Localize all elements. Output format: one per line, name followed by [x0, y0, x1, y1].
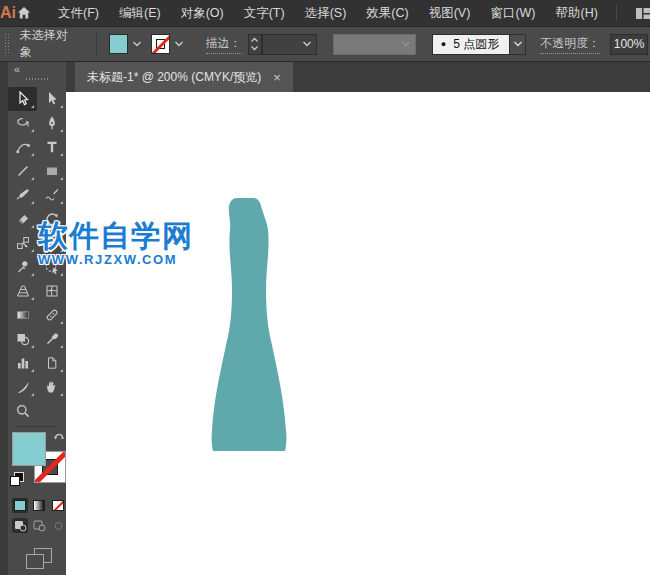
control-bar: 未选择对象 描边： ● 5 点圆形: [0, 27, 650, 62]
artboard-canvas[interactable]: [66, 92, 650, 575]
change-screen-mode-button[interactable]: [26, 548, 52, 570]
stroke-weight-dropdown[interactable]: [262, 34, 317, 55]
menu-object[interactable]: 对象(O): [171, 0, 234, 26]
shaper-tool-icon: [44, 187, 60, 203]
drawn-shape-bowling-pin[interactable]: [205, 193, 295, 456]
home-icon: [16, 5, 32, 21]
chevron-down-icon: [513, 40, 523, 48]
draw-behind-button[interactable]: [31, 518, 47, 533]
shape-builder-tool-icon: [15, 331, 31, 347]
fill-stroke-controls: [8, 430, 66, 494]
gradient-tool[interactable]: [8, 303, 37, 327]
curvature-tool[interactable]: [8, 135, 37, 159]
lasso-tool[interactable]: [8, 111, 37, 135]
scale-tool-icon: [15, 235, 31, 251]
chevron-down-icon: [302, 40, 312, 48]
app-logo: Ai: [0, 4, 16, 22]
fill-proxy-swatch[interactable]: [12, 432, 46, 466]
selection-tool-icon: [15, 91, 31, 107]
stepper-down-icon: [250, 45, 259, 51]
puppet-warp-tool[interactable]: [8, 255, 37, 279]
blend-tool[interactable]: [37, 303, 66, 327]
menu-select[interactable]: 选择(S): [295, 0, 357, 26]
column-graph-tool-icon: [15, 355, 31, 371]
control-bar-drag-handle[interactable]: [5, 34, 10, 54]
direct-selection-tool[interactable]: [37, 87, 66, 111]
menu-bar: Ai 文件(F) 编辑(E) 对象(O) 文字(T) 选择(S) 效果(C) 视…: [0, 0, 650, 27]
document-tab-title: 未标题-1* @ 200% (CMYK/预览): [87, 69, 261, 86]
menu-window[interactable]: 窗口(W): [480, 0, 545, 26]
gradient-button[interactable]: [31, 498, 47, 513]
fill-color-swatch[interactable]: [109, 34, 128, 54]
workspace-layout-icon: [635, 6, 650, 21]
perspective-grid-tool[interactable]: [8, 279, 37, 303]
puppet-warp-tool-icon: [15, 259, 31, 275]
shaper-tool[interactable]: [37, 183, 66, 207]
stroke-color-dropdown-button[interactable]: [172, 40, 185, 48]
stepper-up-icon: [250, 37, 259, 43]
opacity-value-field[interactable]: 100%: [610, 34, 648, 55]
knife-tool-icon: [15, 379, 31, 395]
menu-effect[interactable]: 效果(C): [356, 0, 418, 26]
color-type-buttons: [12, 498, 66, 513]
watermark: 软件自学网 WWW.RJZXW.COM: [38, 221, 193, 266]
column-graph-tool[interactable]: [8, 351, 37, 375]
menu-type[interactable]: 文字(T): [234, 0, 295, 26]
stroke-color-swatch[interactable]: [151, 34, 170, 54]
pen-tool[interactable]: [37, 111, 66, 135]
direct-selection-tool-icon: [44, 91, 60, 107]
toolbar-separator: [16, 426, 58, 427]
tab-close-button[interactable]: ×: [273, 71, 281, 84]
paintbrush-tool[interactable]: [8, 183, 37, 207]
brush-dot-icon: ●: [441, 40, 446, 49]
knife-tool[interactable]: [8, 375, 37, 399]
draw-behind-icon: [33, 520, 46, 532]
hand-tool[interactable]: [37, 375, 66, 399]
scale-tool[interactable]: [8, 231, 37, 255]
draw-inside-button: [50, 518, 66, 533]
artboard-tool[interactable]: [37, 351, 66, 375]
mesh-tool-icon: [44, 283, 60, 299]
lasso-tool-icon: [15, 115, 31, 131]
watermark-site-url: WWW.RJZXW.COM: [38, 253, 193, 266]
menu-view[interactable]: 视图(V): [419, 0, 481, 26]
fill-color-dropdown-button[interactable]: [130, 40, 143, 48]
workspace-switcher[interactable]: [625, 6, 650, 21]
rectangle-tool-icon: [44, 163, 60, 179]
selection-tool[interactable]: [8, 87, 37, 111]
eyedropper-tool[interactable]: [37, 327, 66, 351]
menu-help[interactable]: 帮助(H): [546, 0, 608, 26]
watermark-site-name: 软件自学网: [38, 221, 193, 251]
zoom-tool[interactable]: [8, 399, 37, 423]
bowling-pin-path[interactable]: [212, 198, 287, 451]
stroke-weight-stepper[interactable]: [248, 34, 262, 55]
selection-status: 未选择对象: [20, 27, 77, 61]
shape-builder-tool[interactable]: [8, 327, 37, 351]
draw-normal-icon: [14, 520, 27, 532]
brush-dropdown-button[interactable]: [509, 34, 526, 55]
default-fill-stroke-icon[interactable]: [10, 472, 24, 486]
home-button[interactable]: [16, 5, 32, 21]
line-segment-tool[interactable]: [8, 159, 37, 183]
document-tab[interactable]: 未标题-1* @ 200% (CMYK/预览) ×: [75, 62, 293, 92]
tools-panel-drag-handle[interactable]: [26, 78, 48, 80]
empty-tool-slot: [37, 399, 66, 423]
mesh-tool[interactable]: [37, 279, 66, 303]
menu-edit[interactable]: 编辑(E): [109, 0, 171, 26]
collapse-panel-button[interactable]: «: [14, 63, 19, 75]
draw-normal-button[interactable]: [12, 518, 28, 533]
rectangle-tool[interactable]: [37, 159, 66, 183]
type-tool[interactable]: [37, 135, 66, 159]
type-tool-icon: [44, 139, 60, 155]
color-button[interactable]: [12, 498, 28, 513]
none-button[interactable]: [50, 498, 66, 513]
opacity-label[interactable]: 不透明度：: [540, 35, 600, 54]
eraser-tool[interactable]: [8, 207, 37, 231]
menu-file[interactable]: 文件(F): [48, 0, 109, 26]
chevron-down-icon: [174, 40, 184, 48]
swap-fill-stroke-icon[interactable]: [53, 430, 66, 442]
brush-definition-dropdown[interactable]: ● 5 点圆形: [432, 34, 526, 55]
line-segment-tool-icon: [15, 163, 31, 179]
stroke-weight-label[interactable]: 描边：: [206, 35, 242, 54]
tools-panel: «: [8, 62, 66, 575]
